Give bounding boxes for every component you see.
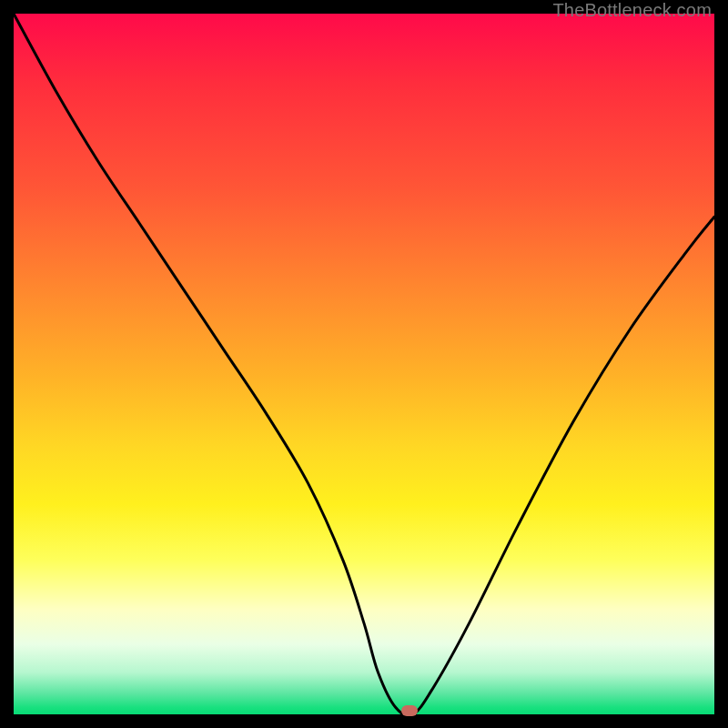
plot-area [14,14,714,714]
bottleneck-marker [401,705,418,716]
curve-layer [14,14,714,714]
chart-frame: TheBottleneck.com [0,0,728,728]
bottleneck-curve [14,14,714,714]
watermark-text: TheBottleneck.com [552,0,712,21]
